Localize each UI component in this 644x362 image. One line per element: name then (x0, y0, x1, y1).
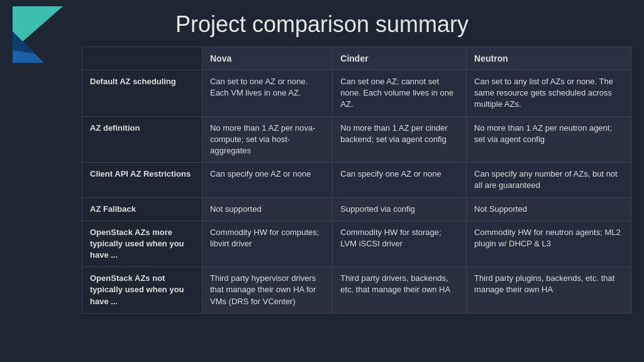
cell-nova-5: Third party hypervisor drivers that mana… (202, 267, 332, 314)
table-row: AZ definitionNo more than 1 AZ per nova-… (82, 116, 631, 163)
cell-cinder-1: No more than 1 AZ per cinder backend; se… (333, 116, 467, 163)
cell-neutron-1: No more than 1 AZ per neutron agent; set… (467, 116, 631, 163)
cell-cinder-5: Third party drivers, backends, etc. that… (333, 267, 467, 314)
cell-nova-0: Can set to one AZ or none. Each VM lives… (202, 70, 332, 117)
cell-nova-2: Can specify one AZ or none (202, 163, 332, 197)
logo-icon (0, 0, 69, 69)
cell-cinder-4: Commodity HW for storage; LVM iSCSI driv… (333, 221, 467, 267)
page-title: Project comparison summary (0, 0, 644, 47)
cell-feature-3: AZ Fallback (82, 197, 203, 221)
table-header-row: Nova Cinder Neutron (82, 47, 631, 70)
header-cinder: Cinder (333, 47, 467, 70)
table-row: Default AZ schedulingCan set to one AZ o… (82, 70, 631, 117)
cell-neutron-3: Not Supported (467, 197, 631, 221)
cell-cinder-2: Can specify one AZ or none (333, 163, 467, 197)
cell-neutron-4: Commodity HW for neutron agents; ML2 plu… (467, 221, 631, 267)
cell-nova-3: Not supported (202, 197, 332, 221)
cell-feature-4: OpenStack AZs more typically used when y… (82, 221, 203, 267)
cell-nova-4: Commodity HW for computes; libvirt drive… (202, 221, 332, 267)
cell-feature-5: OpenStack AZs not typically used when yo… (82, 267, 203, 314)
cell-cinder-3: Supported via config (333, 197, 467, 221)
cell-feature-2: Client API AZ Restrictions (82, 163, 203, 197)
cell-feature-0: Default AZ scheduling (82, 70, 203, 117)
table-row: Client API AZ RestrictionsCan specify on… (82, 163, 631, 197)
cell-neutron-2: Can specify any number of AZs, but not a… (467, 163, 631, 197)
table-row: OpenStack AZs more typically used when y… (82, 221, 631, 267)
cell-feature-1: AZ definition (82, 116, 203, 163)
cell-neutron-5: Third party plugins, backends, etc. that… (467, 267, 631, 314)
cell-neutron-0: Can set to any list of AZs or none. The … (467, 70, 631, 117)
cell-nova-1: No more than 1 AZ per nova-compute; set … (202, 116, 332, 163)
header-nova: Nova (202, 47, 332, 70)
header-neutron: Neutron (467, 47, 631, 70)
header-feature (82, 47, 203, 70)
comparison-table: Nova Cinder Neutron Default AZ schedulin… (82, 47, 631, 314)
table-row: OpenStack AZs not typically used when yo… (82, 267, 631, 314)
cell-cinder-0: Can set one AZ; cannot set none. Each vo… (333, 70, 467, 117)
table-row: AZ FallbackNot supportedSupported via co… (82, 197, 631, 221)
comparison-table-wrapper: Nova Cinder Neutron Default AZ schedulin… (0, 47, 644, 314)
